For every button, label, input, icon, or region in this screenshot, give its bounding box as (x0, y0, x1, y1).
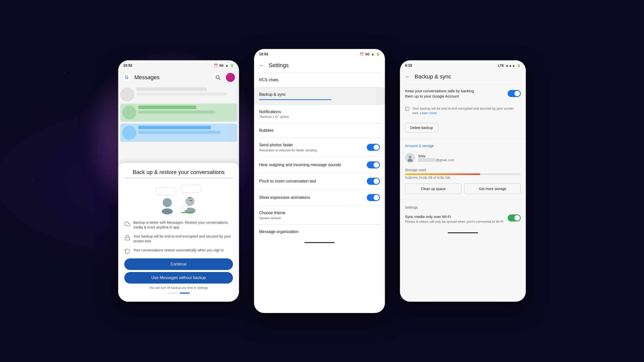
storage-buttons-row: Clean up space Get more storage (400, 180, 526, 197)
backup-toggle[interactable] (508, 90, 521, 97)
time-3: 6:15 (405, 63, 412, 67)
storage-row: Storage used %1$s%% (%1$s GB of %2$s GB) (400, 166, 526, 180)
account-name: Shiv (418, 154, 521, 158)
setting-pinch-zoom[interactable]: Pinch to zoom conversation text (254, 173, 385, 189)
bottom-nav-bar-2 (304, 242, 335, 243)
main-toggle-text: Keep your conversations safe by backing … (405, 88, 475, 99)
info-icon (405, 106, 409, 111)
setting-backup-label: Backup & sync (259, 92, 286, 97)
setting-bubbles[interactable]: Bubbles (254, 123, 385, 138)
svg-point-4 (163, 198, 172, 207)
wifi-icon-1: ▲ (225, 64, 228, 67)
setting-message-org[interactable]: Message organization (254, 225, 385, 239)
svg-rect-9 (181, 212, 194, 213)
setting-notif-label: Notifications (259, 109, 289, 115)
back-button-2[interactable]: ← (259, 62, 265, 69)
get-more-storage-button[interactable]: Get more storage (464, 184, 521, 194)
bottom-nav-bar-3 (448, 232, 478, 233)
search-button-1[interactable] (213, 72, 223, 82)
setting-zoom-label: Pinch to zoom conversation text (259, 179, 363, 184)
setting-backup-sync[interactable]: Backup & sync (254, 87, 385, 105)
learn-more-link[interactable]: Learn more (420, 111, 436, 115)
settings-list: RCS chats Backup & sync Notifications "R… (254, 73, 385, 239)
delete-backup-button[interactable]: Delete backup (400, 119, 526, 137)
battery-icon-2: 🔋 (376, 52, 380, 56)
status-icons-1: ⏰ 5G ▲ 🔋 (214, 64, 234, 67)
toggle-animations[interactable] (367, 194, 380, 201)
setting-theme[interactable]: Choose theme System default (254, 206, 385, 224)
setting-notifications[interactable]: Notifications "Remind 1 hr" action (254, 105, 385, 123)
setting-org-label: Message organization (259, 229, 299, 235)
svg-rect-2 (156, 188, 176, 195)
account-email: ●●●●●●●●@gmail.com (418, 158, 521, 162)
info-box: Your backup will be end-to-end encrypted… (400, 103, 526, 119)
status-icons-3: LTE ▲▲▲ 🔋 (498, 64, 521, 67)
account-info: Shiv ●●●●●●●●@gmail.com (418, 154, 521, 162)
account-row: Shiv ●●●●●●●●@gmail.com (400, 150, 526, 166)
cloud-icon (124, 221, 130, 227)
setting-animations[interactable]: Show expressive animations (254, 190, 385, 206)
signal-bars-3: ▲▲▲ (505, 64, 515, 67)
setting-send-photos[interactable]: Send photos faster Resolution is reduced… (254, 138, 385, 157)
status-bar-1: 10:52 ⏰ 5G ▲ 🔋 (118, 60, 239, 69)
feature-3: Your conversations restore automatically… (124, 248, 233, 254)
section-divider-4 (400, 199, 526, 199)
signal-2: 5G (365, 52, 370, 56)
skip-backup-button[interactable]: Use Messages without backup (124, 272, 233, 284)
continue-button[interactable]: Continue (124, 258, 233, 270)
storage-label: Storage used (405, 168, 521, 172)
svg-point-14 (409, 156, 412, 159)
account-section-title: Account & storage (400, 141, 526, 150)
setting-sounds-label: Hear outgoing and incoming message sound… (259, 162, 363, 168)
feature-1-text: Backup is better with Messages. Restore … (133, 220, 233, 230)
restore-icon (124, 248, 130, 254)
lock-icon (124, 235, 130, 241)
wifi-icon-2: ▲ (371, 52, 374, 56)
backup-sync-title: Backup & sync (415, 73, 451, 80)
settings-title: Settings (269, 62, 289, 69)
phone-2: 10:53 ⏰ 5G ▲ 🔋 ← Settings RCS chats (254, 49, 385, 313)
avatar-1[interactable] (226, 73, 235, 82)
battery-icon-1: 🔋 (230, 64, 234, 67)
sync-wifi-row: Sync media only over Wi-Fi Photos & vide… (400, 211, 526, 227)
toggle-send-photos[interactable] (367, 144, 380, 151)
feature-2: Your backup will be end-to-end encrypted… (124, 234, 233, 244)
feature-3-text: Your conversations restore automatically… (133, 248, 224, 253)
setting-photos-desc: Resolution is reduced for faster sending (259, 148, 363, 152)
svg-point-11 (191, 200, 192, 201)
sync-wifi-info: Sync media only over Wi-Fi Photos & vide… (405, 214, 505, 224)
signal-3: LTE (498, 64, 504, 67)
setting-notif-desc: "Remind 1 hr" action (259, 115, 289, 119)
backup-modal: Back up & restore your conversations (118, 163, 239, 302)
alarm-icon-2: ⏰ (360, 52, 364, 56)
status-bar-2: 10:53 ⏰ 5G ▲ 🔋 (254, 49, 385, 58)
clean-up-button[interactable]: Clean up space (405, 184, 461, 194)
settings-header: ← Settings (254, 58, 385, 73)
back-button-3[interactable]: ← (405, 73, 411, 80)
settings-section-title: Settings (400, 201, 526, 211)
app-title-1: Messages (134, 74, 210, 81)
avatar-icon (406, 154, 414, 162)
setting-rcs-chats[interactable]: RCS chats (254, 73, 385, 87)
toggle-zoom[interactable] (367, 178, 380, 185)
setting-rcs-label: RCS chats (259, 77, 278, 83)
toggle-sounds[interactable] (367, 161, 380, 168)
svg-point-10 (189, 200, 190, 201)
messages-header: G Messages (118, 69, 239, 85)
info-text: Your backup will be end-to-end encrypted… (412, 106, 521, 115)
setting-sounds[interactable]: Hear outgoing and incoming message sound… (254, 157, 385, 173)
status-bar-3: 6:15 LTE ▲▲▲ 🔋 (400, 60, 526, 69)
storage-bar-fill (405, 173, 480, 175)
feature-1: Backup is better with Messages. Restore … (124, 220, 233, 230)
svg-line-1 (219, 78, 220, 80)
sync-wifi-title: Sync media only over Wi-Fi (405, 214, 505, 219)
setting-bubbles-label: Bubbles (259, 128, 274, 133)
toggle-sync-wifi[interactable] (508, 214, 521, 221)
setting-theme-desc: System default (259, 216, 285, 220)
svg-point-6 (185, 197, 194, 206)
phone-1: 10:52 ⏰ 5G ▲ 🔋 G Messages (118, 60, 239, 302)
account-avatar (405, 153, 415, 163)
signal-1: 5G (219, 64, 224, 67)
alarm-icon-1: ⏰ (214, 64, 218, 67)
modal-title: Back up & restore your conversations (124, 169, 233, 175)
